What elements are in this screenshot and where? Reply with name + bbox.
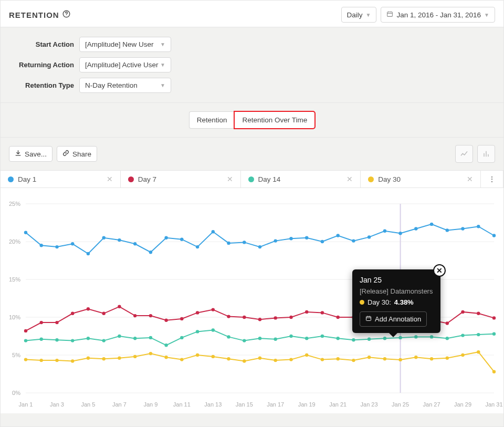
svg-text:Jan 31: Jan 31 <box>485 401 502 408</box>
interval-dropdown[interactable]: Daily ▼ <box>341 7 377 23</box>
svg-point-18 <box>55 245 58 248</box>
svg-point-45 <box>477 225 480 228</box>
close-icon[interactable]: ✕ <box>346 175 353 183</box>
svg-point-36 <box>337 234 340 237</box>
tooltip-value: 4.38% <box>394 298 414 306</box>
close-icon[interactable]: ✕ <box>107 175 113 183</box>
svg-point-37 <box>352 239 355 242</box>
save-label: Save... <box>25 150 47 158</box>
tab-retention-over-time[interactable]: Retention Over Time <box>234 111 315 129</box>
legend-dot <box>248 176 254 182</box>
date-range-dropdown[interactable]: Jan 1, 2016 - Jan 31, 2016 ▼ <box>381 7 495 23</box>
returning-action-select[interactable]: [Amplitude] Active User ▼ <box>79 57 171 72</box>
svg-point-101 <box>383 337 386 340</box>
legend-label: Day 14 <box>258 175 281 183</box>
svg-point-56 <box>164 319 167 322</box>
svg-point-29 <box>227 242 230 245</box>
tooltip-series-label: Day 30: <box>368 298 391 306</box>
svg-point-46 <box>492 234 496 237</box>
caret-down-icon: ▼ <box>484 12 489 18</box>
svg-text:10%: 10% <box>9 314 20 320</box>
svg-point-57 <box>180 317 183 320</box>
svg-point-129 <box>337 357 340 360</box>
svg-point-81 <box>71 339 74 342</box>
svg-point-80 <box>55 338 58 341</box>
svg-point-120 <box>196 353 199 357</box>
legend-item-day30[interactable]: Day 30 ✕ <box>361 171 481 188</box>
svg-point-117 <box>149 352 152 355</box>
svg-point-33 <box>289 237 292 240</box>
svg-point-125 <box>274 359 277 362</box>
svg-text:Jan 9: Jan 9 <box>143 401 158 408</box>
caret-down-icon: ▼ <box>160 62 165 68</box>
svg-point-16 <box>24 231 27 234</box>
svg-point-97 <box>321 335 324 338</box>
legend-overflow-menu[interactable]: ⋮ <box>481 171 503 188</box>
svg-point-38 <box>368 235 371 238</box>
svg-point-40 <box>398 232 402 235</box>
svg-point-92 <box>243 339 246 342</box>
caret-down-icon: ▼ <box>366 12 371 18</box>
save-button[interactable]: Save... <box>9 146 52 162</box>
svg-point-123 <box>243 359 246 362</box>
svg-point-61 <box>243 316 246 319</box>
page-title-area: RETENTION <box>9 10 70 19</box>
legend-label: Day 7 <box>138 175 156 183</box>
svg-point-53 <box>118 305 121 308</box>
bar-chart-toggle[interactable] <box>477 145 495 163</box>
svg-point-77 <box>492 316 496 319</box>
retention-type-label: Retention Type <box>11 81 74 89</box>
legend-item-day7[interactable]: Day 7 ✕ <box>121 171 241 188</box>
add-annotation-button[interactable]: Add Annotation <box>360 311 427 327</box>
retention-type-select[interactable]: N-Day Retention ▼ <box>79 78 171 93</box>
svg-point-31 <box>258 245 261 248</box>
tooltip-series-row: Day 30: 4.38% <box>360 298 433 306</box>
close-icon[interactable]: ✕ <box>467 175 473 183</box>
chart-toolbar: Save... Share <box>1 138 503 170</box>
svg-point-130 <box>352 359 355 362</box>
svg-point-22 <box>118 238 121 242</box>
svg-point-132 <box>383 357 386 360</box>
svg-point-108 <box>492 332 496 336</box>
start-action-label: Start Action <box>11 40 74 48</box>
legend-label: Day 30 <box>378 175 401 183</box>
close-icon[interactable]: ✕ <box>227 175 233 183</box>
svg-point-136 <box>446 357 449 360</box>
svg-point-32 <box>274 239 277 242</box>
returning-action-value: [Amplitude] Active User <box>85 61 159 69</box>
share-button[interactable]: Share <box>57 146 97 162</box>
svg-point-90 <box>212 328 215 331</box>
svg-text:Jan 5: Jan 5 <box>81 401 95 408</box>
svg-point-55 <box>149 314 152 317</box>
svg-point-41 <box>414 227 417 230</box>
svg-point-110 <box>40 359 43 362</box>
svg-text:Jan 25: Jan 25 <box>392 401 409 408</box>
svg-point-67 <box>337 316 340 319</box>
svg-point-26 <box>180 238 183 241</box>
svg-rect-156 <box>366 317 371 321</box>
legend-item-day1[interactable]: Day 1 ✕ <box>1 171 121 188</box>
page-title: RETENTION <box>9 11 59 19</box>
svg-point-122 <box>227 357 230 360</box>
chart-tooltip: ✕ Jan 25 [Release] Datamonsters Day 30: … <box>352 269 440 333</box>
start-action-select[interactable]: [Amplitude] New User ▼ <box>79 37 171 52</box>
svg-point-60 <box>227 315 230 318</box>
svg-point-91 <box>227 335 230 338</box>
tooltip-date: Jan 25 <box>360 276 433 284</box>
svg-point-99 <box>352 338 355 341</box>
svg-text:Jan 27: Jan 27 <box>423 401 440 408</box>
svg-point-124 <box>258 357 261 360</box>
tab-retention[interactable]: Retention <box>189 111 235 129</box>
svg-point-39 <box>383 230 386 233</box>
svg-point-82 <box>87 337 90 340</box>
legend-item-day14[interactable]: Day 14 ✕ <box>241 171 361 188</box>
svg-point-121 <box>212 355 215 358</box>
svg-point-27 <box>196 245 199 248</box>
help-icon[interactable] <box>62 10 70 19</box>
svg-point-106 <box>461 334 464 337</box>
svg-point-137 <box>461 353 464 357</box>
svg-point-104 <box>430 335 433 338</box>
tooltip-close-button[interactable]: ✕ <box>433 264 446 277</box>
line-chart-toggle[interactable] <box>455 145 473 163</box>
svg-text:Jan 13: Jan 13 <box>204 401 222 408</box>
